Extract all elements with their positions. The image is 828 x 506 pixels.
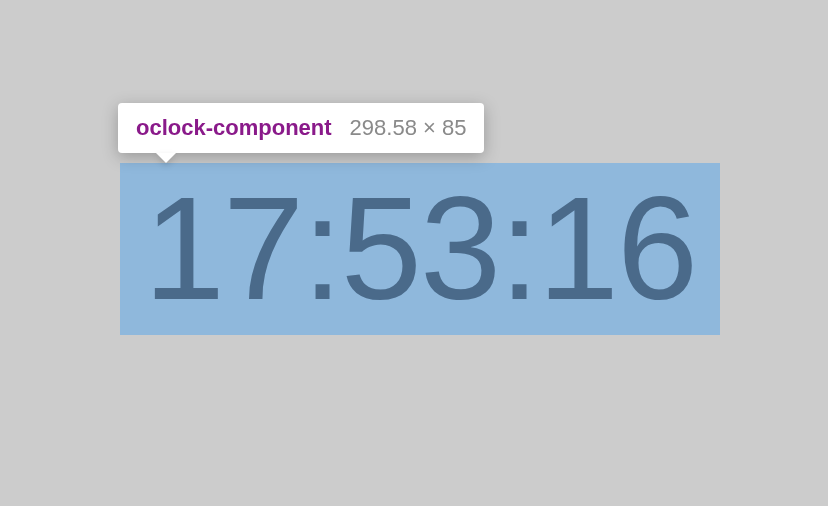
clock-time-display: 17:53:16 <box>144 176 696 322</box>
inspector-highlight-overlay: 17:53:16 <box>120 163 720 335</box>
tooltip-dimensions: 298.58 × 85 <box>350 115 467 141</box>
inspector-tooltip: oclock-component 298.58 × 85 <box>118 103 484 153</box>
tooltip-component-name: oclock-component <box>136 115 332 141</box>
